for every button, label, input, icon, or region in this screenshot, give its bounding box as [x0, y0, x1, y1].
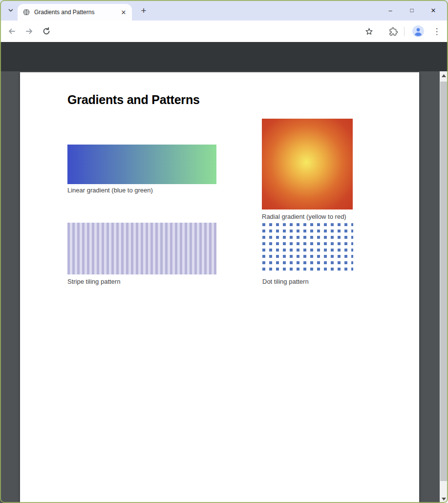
dot-row — [262, 236, 353, 239]
dot — [338, 236, 341, 239]
toolbar-divider — [404, 27, 405, 36]
minimize-button[interactable]: – — [380, 0, 401, 21]
dot — [331, 236, 334, 239]
radial-gradient-caption: Radial gradient (yellow to red) — [262, 213, 346, 220]
scroll-up-button[interactable] — [440, 71, 448, 80]
dot — [351, 223, 353, 226]
dot-pattern-swatch — [262, 222, 353, 273]
dot-row — [262, 242, 353, 245]
dot — [269, 255, 272, 258]
puzzle-icon — [389, 27, 398, 36]
close-window-button[interactable]: ✕ — [423, 0, 444, 21]
radial-gradient-swatch — [262, 119, 353, 210]
browser-menu-button[interactable]: ⋮ — [430, 24, 444, 38]
star-icon — [364, 27, 374, 36]
bookmark-button[interactable] — [362, 24, 376, 38]
maximize-button[interactable]: □ — [401, 0, 423, 21]
stripe-pattern-caption: Stripe tiling pattern — [67, 278, 120, 285]
browser-window: Gradients and Patterns ✕ + – □ ✕ — [0, 0, 448, 503]
dot — [317, 268, 320, 271]
stripe-pattern-swatch — [67, 223, 216, 274]
dot — [310, 223, 313, 226]
dot — [310, 255, 313, 258]
dot — [338, 242, 341, 245]
dot — [297, 255, 299, 258]
dot — [297, 230, 299, 232]
dot — [269, 261, 272, 264]
dot — [351, 261, 353, 264]
dot — [338, 268, 341, 271]
dot — [290, 242, 293, 245]
close-tab-icon[interactable]: ✕ — [119, 8, 128, 17]
dot-pattern-caption: Dot tiling pattern — [262, 278, 309, 285]
dot — [276, 249, 279, 252]
dot — [276, 242, 279, 245]
dot — [351, 242, 353, 245]
dot — [344, 230, 347, 232]
arrow-right-icon — [25, 27, 34, 36]
browser-tab[interactable]: Gradients and Patterns ✕ — [18, 4, 132, 21]
profile-button[interactable] — [411, 24, 425, 38]
dot — [324, 261, 327, 264]
linear-gradient-swatch — [67, 145, 216, 184]
dot — [303, 230, 306, 232]
new-tab-button[interactable]: + — [137, 4, 150, 17]
dot — [338, 261, 341, 264]
dot — [290, 236, 293, 239]
dot — [331, 255, 334, 258]
forward-button[interactable] — [22, 24, 36, 38]
dot — [290, 230, 293, 232]
dot — [297, 242, 299, 245]
dot — [283, 223, 286, 226]
dot — [290, 255, 293, 258]
tab-search-button[interactable] — [4, 4, 17, 17]
dot — [317, 223, 320, 226]
dot — [338, 230, 341, 232]
dot — [303, 268, 306, 271]
scroll-down-button[interactable] — [440, 495, 448, 503]
dot-row — [262, 268, 353, 271]
dot-row — [262, 223, 353, 226]
pdf-toolbar: ☰ Gradients and Patterns 1 / 1 − 100% + — [0, 42, 448, 71]
reload-button[interactable] — [40, 24, 53, 38]
reload-icon — [42, 27, 51, 36]
dot — [331, 242, 334, 245]
dot — [269, 223, 272, 226]
dot — [324, 249, 327, 252]
person-avatar-icon — [412, 25, 425, 38]
dot — [317, 249, 320, 252]
dot — [303, 223, 306, 226]
dot — [297, 261, 299, 264]
dot — [297, 223, 299, 226]
dot — [262, 236, 265, 239]
dot — [283, 236, 286, 239]
dot — [262, 230, 265, 232]
dot — [351, 249, 353, 252]
dot — [269, 242, 272, 245]
dot — [283, 249, 286, 252]
dot — [310, 261, 313, 264]
document-heading: Gradients and Patterns — [67, 93, 200, 107]
dot-row — [262, 255, 353, 258]
dot — [283, 255, 286, 258]
dot — [344, 255, 347, 258]
vertical-scrollbar[interactable] — [440, 71, 448, 503]
dot — [331, 223, 334, 226]
dot — [276, 230, 279, 232]
globe-icon — [22, 8, 30, 16]
dot — [331, 261, 334, 264]
window-controls: – □ ✕ — [380, 0, 444, 21]
dot — [317, 261, 320, 264]
dot — [276, 255, 279, 258]
dot — [262, 223, 265, 226]
dot — [331, 249, 334, 252]
dot — [303, 261, 306, 264]
dot — [344, 261, 347, 264]
dot — [317, 255, 320, 258]
extensions-button[interactable] — [386, 24, 400, 38]
dot — [344, 242, 347, 245]
dot — [324, 236, 327, 239]
back-button[interactable] — [5, 24, 19, 38]
scrollbar-thumb[interactable] — [440, 82, 448, 481]
dot — [317, 230, 320, 232]
